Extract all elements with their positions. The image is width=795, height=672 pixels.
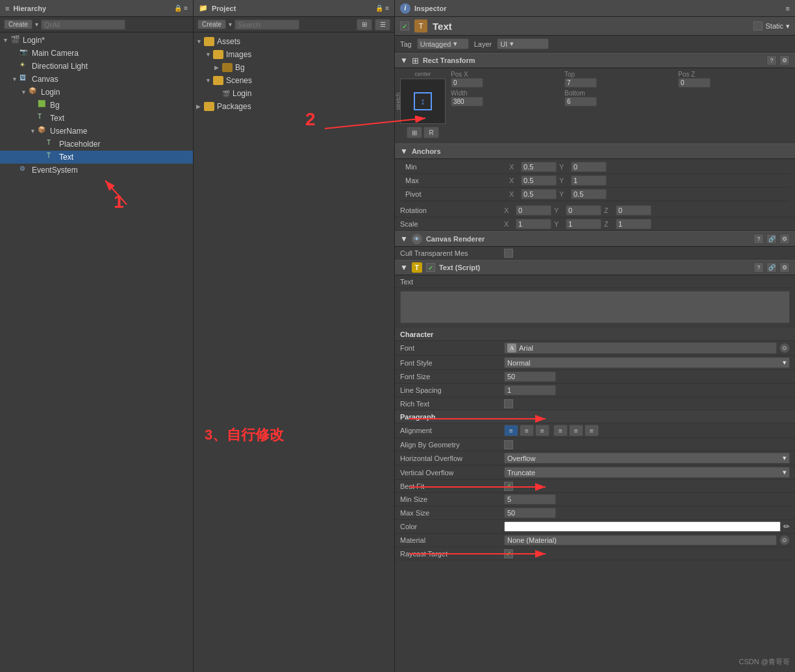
best-fit-checkbox[interactable]: [504, 482, 513, 491]
line-spacing-input[interactable]: [504, 385, 556, 395]
anchors-content: Min X Y Max X Y: [395, 159, 795, 204]
text-script-ref-icon[interactable]: ?: [753, 262, 764, 273]
project-view-toggle1[interactable]: ⊞: [357, 19, 372, 31]
rich-text-checkbox[interactable]: [504, 399, 513, 408]
project-item-bg-folder[interactable]: ▶ Bg: [194, 61, 394, 74]
material-select-btn[interactable]: ⊙: [779, 535, 790, 545]
align-right-mid-btn[interactable]: ≡: [585, 425, 599, 436]
canvas-renderer-link-icon[interactable]: 🔗: [766, 234, 777, 244]
text-textarea[interactable]: [400, 291, 790, 323]
hierarchy-item-canvas[interactable]: ▼ 🖼 Canvas: [0, 73, 193, 86]
project-lock-icon[interactable]: 🔒 ≡: [375, 5, 389, 12]
lock-icon[interactable]: 🔒 ≡: [174, 5, 188, 12]
project-view-toggle2[interactable]: ☰: [375, 19, 390, 31]
max-size-input[interactable]: [504, 508, 556, 518]
anchors-pivot-y-input[interactable]: [571, 189, 607, 199]
text-script-link-icon[interactable]: 🔗: [766, 262, 777, 273]
project-item-assets[interactable]: ▼ Assets: [194, 35, 394, 48]
rect-transform-icons: ? ⚙: [766, 55, 790, 66]
layer-dropdown[interactable]: UI ▾: [497, 38, 549, 49]
anchors-max-y-input[interactable]: [571, 175, 607, 186]
text-script-section-header[interactable]: ▼ T Text (Script) ? 🔗 ⚙: [395, 260, 795, 275]
rect-transform-section-header[interactable]: ▼ ⊞ Rect Transform ? ⚙: [395, 53, 795, 68]
align-left-mid-btn[interactable]: ≡: [553, 425, 568, 436]
tag-label: Tag: [400, 40, 412, 48]
raycast-target-checkbox[interactable]: [504, 549, 513, 558]
min-size-input[interactable]: [504, 494, 556, 504]
hierarchy-item-username[interactable]: ▼ 📦 UserName: [0, 125, 193, 138]
hierarchy-item-login[interactable]: ▼ 🎬 Login*: [0, 34, 193, 47]
rt-width-input[interactable]: [451, 97, 483, 106]
align-center-mid-btn[interactable]: ≡: [569, 425, 583, 436]
hierarchy-item-directional-light[interactable]: ☀ Directional Light: [0, 60, 193, 73]
raycast-target-label: Raycast Target: [400, 550, 504, 558]
align-left-top-btn[interactable]: ≡: [504, 425, 518, 436]
horizontal-overflow-dropdown[interactable]: Overflow ▾: [504, 453, 790, 464]
project-item-scenes[interactable]: ▼ Scenes: [194, 74, 394, 87]
rt-posz-input[interactable]: [678, 78, 711, 88]
vertical-overflow-dropdown[interactable]: Truncate ▾: [504, 467, 790, 478]
hierarchy-item-canvas-label: Canvas: [32, 75, 58, 84]
font-select-btn[interactable]: ⊙: [779, 343, 790, 353]
hierarchy-item-main-camera[interactable]: 📷 Main Camera: [0, 47, 193, 60]
hierarchy-item-text[interactable]: T Text: [0, 112, 193, 125]
canvas-renderer-section-header[interactable]: ▼ 👁 Canvas Renderer ? 🔗 ⚙: [395, 231, 795, 247]
font-style-dropdown[interactable]: Normal ▾: [504, 357, 790, 368]
tag-dropdown[interactable]: Untagged ▾: [417, 38, 469, 49]
scale-y-input[interactable]: [566, 219, 601, 229]
tag-layer-row: Tag Untagged ▾ Layer UI ▾: [395, 36, 795, 53]
inspector-lock-icon[interactable]: ≡: [786, 5, 790, 12]
scale-x-input[interactable]: [516, 219, 551, 229]
project-item-login-scene[interactable]: 🎬 Login: [194, 87, 394, 100]
anchors-pivot-x-input[interactable]: [521, 189, 557, 199]
rt-top-field: Top: [564, 71, 676, 78]
hierarchy-item-text-selected[interactable]: T Text: [0, 151, 193, 164]
text-script-settings-icon[interactable]: ⚙: [779, 262, 790, 273]
rt-btn-grid[interactable]: ⊞: [407, 127, 422, 138]
static-checkbox[interactable]: [753, 21, 763, 31]
canvas-renderer-settings-icon[interactable]: ⚙: [779, 234, 790, 244]
anchors-max-label: Max: [405, 177, 509, 184]
hierarchy-item-placeholder[interactable]: T Placeholder: [0, 138, 193, 151]
project-item-images[interactable]: ▼ Images: [194, 48, 394, 61]
align-by-geometry-checkbox[interactable]: [504, 440, 513, 449]
hierarchy-create-button[interactable]: Create: [4, 19, 32, 29]
hierarchy-search-input[interactable]: [41, 19, 125, 30]
hierarchy-item-login-obj[interactable]: ▼ 📦 Login: [0, 86, 193, 99]
rotation-row: Rotation X Y Z: [395, 204, 795, 218]
anchors-min-y-input[interactable]: [571, 162, 607, 172]
project-create-button[interactable]: Create: [197, 19, 226, 29]
anchors-collapse-icon: ▼: [400, 147, 408, 156]
font-style-arrow: ▾: [783, 358, 787, 367]
hierarchy-item-eventsystem[interactable]: ⚙ EventSystem: [0, 164, 193, 177]
canvas-renderer-ref-icon[interactable]: ?: [753, 234, 764, 244]
rt-btn-r[interactable]: R: [423, 127, 439, 138]
static-dropdown[interactable]: ▾: [786, 22, 790, 31]
anchors-max-x-input[interactable]: [521, 175, 557, 186]
project-search-input[interactable]: [234, 19, 299, 30]
rotation-x-input[interactable]: [516, 205, 551, 216]
anchors-section-header[interactable]: ▼ Anchors: [395, 143, 795, 159]
color-swatch[interactable]: [504, 521, 781, 532]
project-item-packages[interactable]: ▶ Packages: [194, 100, 394, 113]
anchors-min-x-input[interactable]: [521, 162, 557, 172]
rt-posx-input[interactable]: [451, 78, 483, 88]
object-active-checkbox[interactable]: [400, 21, 409, 31]
rotation-y-input[interactable]: [566, 205, 601, 216]
text-script-active-checkbox[interactable]: [426, 263, 435, 272]
rt-visual[interactable]: stretch ↕: [400, 79, 446, 124]
rect-transform-ref-icon[interactable]: ?: [766, 55, 777, 66]
color-pencil-icon[interactable]: ✏: [783, 522, 790, 531]
material-dropdown[interactable]: None (Material): [504, 535, 777, 545]
rect-transform-settings-icon[interactable]: ⚙: [779, 55, 790, 66]
align-center-top-btn[interactable]: ≡: [520, 425, 534, 436]
rt-top-input[interactable]: [564, 78, 597, 88]
cull-transparent-checkbox[interactable]: [504, 249, 513, 258]
font-size-input[interactable]: [504, 371, 556, 382]
scale-z-input[interactable]: [616, 219, 651, 229]
font-size-row: Font Size: [395, 370, 795, 384]
hierarchy-item-bg[interactable]: 🟩 Bg: [0, 99, 193, 112]
rt-bottom-input[interactable]: [564, 97, 597, 106]
align-right-top-btn[interactable]: ≡: [535, 425, 549, 436]
rotation-z-input[interactable]: [616, 205, 651, 216]
